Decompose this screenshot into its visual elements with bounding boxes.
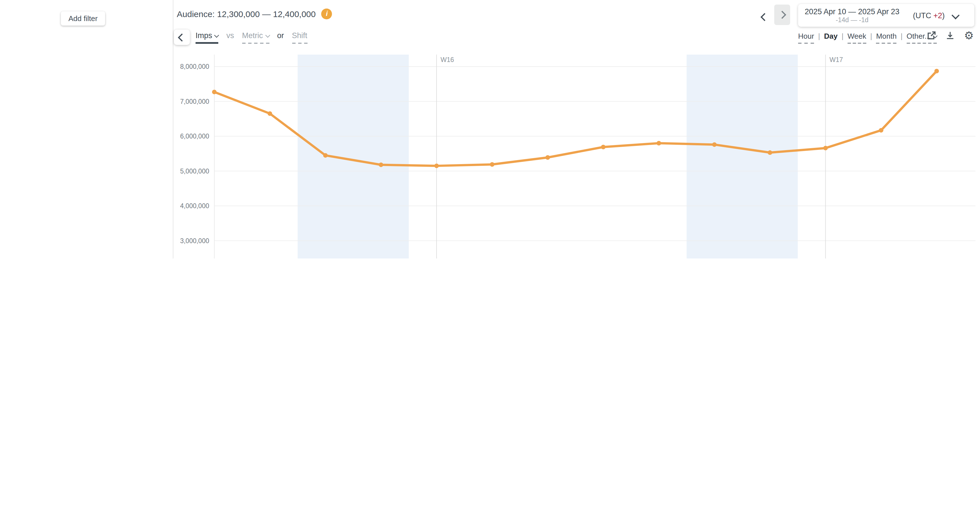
date-range-picker[interactable]: 2025 Apr 10 — 2025 Apr 23 -14d — -1d (UT… xyxy=(798,4,974,27)
metric-selector[interactable]: Imps xyxy=(196,31,219,44)
date-prev-button[interactable] xyxy=(762,12,767,22)
week-marker-label: W16 xyxy=(441,56,454,64)
data-point[interactable] xyxy=(712,142,717,147)
date-range-relative: -14d — -1d xyxy=(798,16,906,23)
collapse-panel-button[interactable] xyxy=(174,30,190,45)
y-axis-tick-label: 5,000,000 xyxy=(180,168,209,175)
y-axis-tick-label: 3,000,000 xyxy=(180,237,209,244)
info-icon[interactable]: i xyxy=(321,8,332,19)
chevron-left-icon xyxy=(178,33,186,41)
chevron-down-icon xyxy=(265,33,270,38)
vs-label: vs xyxy=(226,31,234,40)
data-point[interactable] xyxy=(934,69,939,73)
data-point[interactable] xyxy=(823,146,828,150)
data-point[interactable] xyxy=(601,145,606,149)
granularity-month[interactable]: Month xyxy=(876,32,896,44)
y-axis-tick-label: 6,000,000 xyxy=(180,132,209,140)
chevron-down-icon xyxy=(951,11,959,19)
weekend-band xyxy=(687,54,798,258)
compare-metric-selector[interactable]: Metric xyxy=(242,31,269,44)
granularity-day[interactable]: Day xyxy=(824,32,838,40)
y-axis-tick-label: 8,000,000 xyxy=(180,63,209,70)
data-point[interactable] xyxy=(379,163,383,167)
data-point[interactable] xyxy=(212,89,216,94)
analytics-dashboard: Add filter Audience: 12,300,000 — 12,400… xyxy=(0,0,980,258)
granularity-week[interactable]: Week xyxy=(848,32,866,44)
y-axis-tick-label: 7,000,000 xyxy=(180,98,209,105)
data-point[interactable] xyxy=(323,153,328,158)
data-point[interactable] xyxy=(490,162,495,167)
data-point[interactable] xyxy=(879,128,883,132)
granularity-hour[interactable]: Hour xyxy=(798,32,814,44)
data-point[interactable] xyxy=(657,141,661,145)
data-point[interactable] xyxy=(268,111,272,116)
date-next-button[interactable] xyxy=(774,5,790,25)
timezone-offset: +2 xyxy=(933,11,942,20)
timezone-label: (UTC +2) xyxy=(913,11,945,20)
shift-selector[interactable]: Shift xyxy=(292,31,307,44)
chart-metric-controls: Imps vs Metric or Shift xyxy=(196,31,307,44)
chart-settings-gear-icon[interactable]: ⚙ xyxy=(964,30,974,41)
week-marker-label: W17 xyxy=(830,56,843,64)
y-axis-tick-label: 4,000,000 xyxy=(180,202,209,210)
add-filter-button[interactable]: Add filter xyxy=(61,11,105,26)
download-icon[interactable] xyxy=(945,31,955,40)
or-label: or xyxy=(277,31,284,40)
time-series-chart[interactable]: 01,000,0002,000,0003,000,0004,000,0005,0… xyxy=(173,50,980,258)
audience-text: Audience: 12,300,000 — 12,400,000 xyxy=(177,9,316,19)
date-range-label: 2025 Apr 10 — 2025 Apr 23 xyxy=(798,7,906,16)
audience-summary: Audience: 12,300,000 — 12,400,000 i xyxy=(177,8,332,19)
open-in-new-icon[interactable] xyxy=(927,31,936,40)
data-point[interactable] xyxy=(768,150,772,155)
chevron-down-icon xyxy=(214,33,219,38)
weekend-band xyxy=(298,54,409,258)
granularity-switcher: Hour|Day|Week|Month|Other... xyxy=(798,32,937,44)
data-point[interactable] xyxy=(434,164,439,168)
data-point[interactable] xyxy=(546,155,550,160)
